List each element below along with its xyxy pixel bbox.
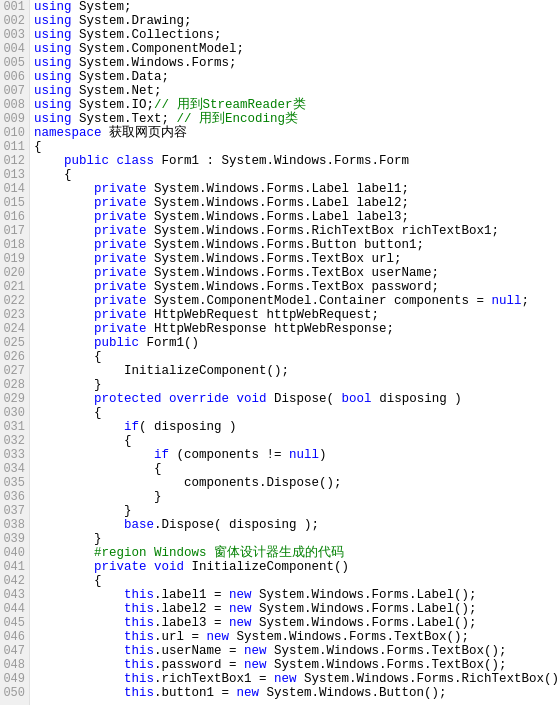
code-line-018: private System.Windows.Forms.Button butt… [34, 238, 553, 252]
line-num-038: 038 [0, 518, 29, 532]
code-line-005: using System.Windows.Forms; [34, 56, 553, 70]
line-num-031: 031 [0, 420, 29, 434]
line-num-037: 037 [0, 504, 29, 518]
code-line-022: private System.ComponentModel.Container … [34, 294, 553, 308]
plain-token: ( disposing ) [139, 420, 237, 434]
code-line-040: #region Windows 窗体设计器生成的代码 [34, 546, 553, 560]
code-line-039: } [34, 532, 553, 546]
code-line-031: if( disposing ) [34, 420, 553, 434]
kw-token: protected [94, 392, 162, 406]
code-line-050: this.button1 = new System.Windows.Button… [34, 686, 553, 700]
plain-token: System.Windows.Forms.Label(); [252, 602, 477, 616]
kw-token: override [169, 392, 229, 406]
code-line-049: this.richTextBox1 = new System.Windows.F… [34, 672, 553, 686]
kw-token: null [289, 448, 319, 462]
code-line-047: this.userName = new System.Windows.Forms… [34, 644, 553, 658]
plain-token: System.Windows.Button(); [259, 686, 447, 700]
plain-token: { [34, 574, 102, 588]
kw-token: using [34, 98, 72, 112]
plain-token: { [34, 350, 102, 364]
plain-token [34, 154, 64, 168]
plain-token [34, 602, 124, 616]
plain-token: components.Dispose(); [34, 476, 342, 490]
kw-token: private [94, 252, 147, 266]
kw-token: new [229, 616, 252, 630]
plain-token: System.Windows.Forms.TextBox(); [267, 644, 507, 658]
kw-token: this [124, 672, 154, 686]
code-line-001: using System; [34, 0, 553, 14]
plain-token: System.ComponentModel.Container componen… [147, 294, 492, 308]
plain-token: .url = [154, 630, 207, 644]
line-numbers: 0010020030040050060070080090100110120130… [0, 0, 30, 705]
plain-token [34, 686, 124, 700]
line-num-032: 032 [0, 434, 29, 448]
kw-token: private [94, 238, 147, 252]
plain-token: InitializeComponent() [184, 560, 349, 574]
line-num-025: 025 [0, 336, 29, 350]
line-num-042: 042 [0, 574, 29, 588]
plain-token: .Dispose( disposing ); [154, 518, 319, 532]
code-line-015: private System.Windows.Forms.Label label… [34, 196, 553, 210]
line-num-013: 013 [0, 168, 29, 182]
code-line-044: this.label2 = new System.Windows.Forms.L… [34, 602, 553, 616]
kw-token: using [34, 14, 72, 28]
plain-token [34, 616, 124, 630]
plain-token: System.Windows.Forms.TextBox password; [147, 280, 440, 294]
line-num-046: 046 [0, 630, 29, 644]
plain-token: System.Windows.Forms.RichTextBox richTex… [147, 224, 500, 238]
kw-token: using [34, 56, 72, 70]
line-num-003: 003 [0, 28, 29, 42]
code-line-027: InitializeComponent(); [34, 364, 553, 378]
plain-token: HttpWebRequest httpWebRequest; [147, 308, 380, 322]
line-num-018: 018 [0, 238, 29, 252]
kw-token: private [94, 308, 147, 322]
plain-token [34, 280, 94, 294]
kw-token: void [237, 392, 267, 406]
kw-token: using [34, 0, 72, 14]
line-num-002: 002 [0, 14, 29, 28]
kw-token: new [274, 672, 297, 686]
kw-token: if [154, 448, 169, 462]
code-line-024: private HttpWebResponse httpWebResponse; [34, 322, 553, 336]
kw-token: base [124, 518, 154, 532]
plain-token: System.Collections; [72, 28, 222, 42]
code-line-012: public class Form1 : System.Windows.Form… [34, 154, 553, 168]
kw-token: private [94, 266, 147, 280]
plain-token: System.Windows.Forms.RichTextBox(); [297, 672, 557, 686]
code-line-016: private System.Windows.Forms.Label label… [34, 210, 553, 224]
plain-token: System.ComponentModel; [72, 42, 245, 56]
line-num-004: 004 [0, 42, 29, 56]
plain-token [34, 252, 94, 266]
line-num-007: 007 [0, 84, 29, 98]
kw-token: if [124, 420, 139, 434]
line-num-048: 048 [0, 658, 29, 672]
code-line-019: private System.Windows.Forms.TextBox url… [34, 252, 553, 266]
code-line-033: if (components != null) [34, 448, 553, 462]
plain-token: System.Windows.Forms.Label label3; [147, 210, 410, 224]
kw-token: namespace [34, 126, 102, 140]
plain-token: Form1 : System.Windows.Forms.Form [154, 154, 409, 168]
comment-token: // 用到Encoding类 [177, 112, 299, 126]
kw-token: private [94, 560, 147, 574]
code-line-026: { [34, 350, 553, 364]
line-num-045: 045 [0, 616, 29, 630]
plain-token [34, 630, 124, 644]
line-num-033: 033 [0, 448, 29, 462]
plain-token: .label2 = [154, 602, 229, 616]
code-line-032: { [34, 434, 553, 448]
line-num-030: 030 [0, 406, 29, 420]
line-num-015: 015 [0, 196, 29, 210]
kw-token: private [94, 322, 147, 336]
line-num-005: 005 [0, 56, 29, 70]
code-line-035: components.Dispose(); [34, 476, 553, 490]
code-line-038: base.Dispose( disposing ); [34, 518, 553, 532]
plain-token: HttpWebResponse httpWebResponse; [147, 322, 395, 336]
kw-token: using [34, 84, 72, 98]
plain-token: System.Windows.Forms.Button button1; [147, 238, 425, 252]
line-num-022: 022 [0, 294, 29, 308]
plain-token: { [34, 462, 162, 476]
kw-token: this [124, 658, 154, 672]
kw-token: private [94, 280, 147, 294]
code-content[interactable]: using System;using System.Drawing;using … [30, 0, 557, 705]
line-num-027: 027 [0, 364, 29, 378]
